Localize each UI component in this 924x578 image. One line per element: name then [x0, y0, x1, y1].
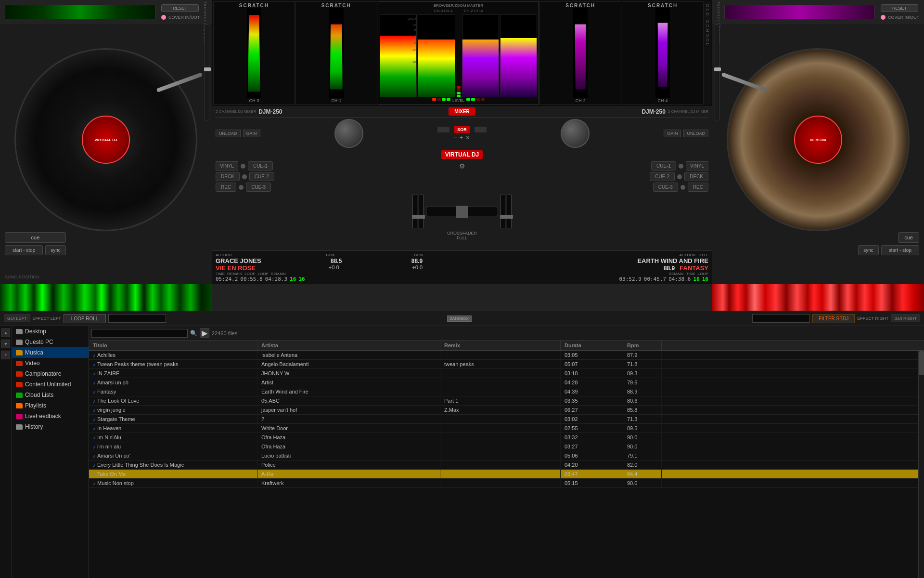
- loop-roll-btn[interactable]: LOOP ROLL: [64, 314, 106, 323]
- platter-right[interactable]: RE MEDIA: [727, 48, 910, 231]
- table-row[interactable]: ♪Stargate Theme?03:0271.3: [89, 415, 918, 424]
- sidebar-item-campionatore[interactable]: Campionatore: [12, 368, 89, 379]
- effects-center: SANDBOX: [447, 315, 472, 322]
- close-icon: ✕: [465, 134, 470, 141]
- table-row[interactable]: ♪Amarsi un pòArtist04:2879.6: [89, 378, 918, 387]
- sidebar-item-content-unlimited[interactable]: Content Unlimited: [12, 379, 89, 390]
- cue-btn-left[interactable]: cue: [5, 232, 66, 243]
- song-note-icon: ♪: [93, 481, 95, 486]
- sidebar-item-label: Musica: [25, 349, 43, 356]
- vinyl-btn-left[interactable]: VINYL: [216, 161, 238, 171]
- mixer-btn[interactable]: MIXER: [449, 107, 475, 116]
- cue3-btn-right[interactable]: CUE-3: [653, 183, 678, 192]
- reset-btn-right[interactable]: RESET: [881, 4, 918, 12]
- rec-btn-right[interactable]: REC: [688, 183, 708, 192]
- table-row[interactable]: ♪The Look Of Love05.ABCPart 103:3580.6: [89, 396, 918, 406]
- sync-btn-right[interactable]: sync: [858, 245, 879, 255]
- master-knob-left[interactable]: [334, 119, 363, 148]
- gain-btn-right[interactable]: GAIN: [664, 130, 681, 137]
- reset-btn-left[interactable]: RESET: [161, 4, 199, 12]
- search-input[interactable]: [91, 329, 188, 338]
- table-row[interactable]: ♪IN ZAIREJHONNY W.03:1889.3: [89, 369, 918, 378]
- track-title: ♪Achilles: [89, 351, 257, 359]
- rec-btn-left[interactable]: REC: [216, 183, 236, 192]
- sidebar-item-video[interactable]: Video: [12, 358, 89, 368]
- nav-expand-btn[interactable]: +: [1, 351, 10, 359]
- plus-icon: +: [460, 134, 463, 141]
- track-title: ♪Amarsi un pò: [89, 378, 257, 387]
- start-stop-left[interactable]: start - stop: [5, 245, 43, 255]
- fader-handle: [412, 215, 419, 219]
- fader-ch-left-2[interactable]: [419, 195, 424, 228]
- cue1-btn-right[interactable]: CUE-1: [651, 161, 676, 171]
- fader-handle-2: [418, 215, 425, 219]
- track-artist: Police: [257, 460, 440, 469]
- crossfader-track[interactable]: [426, 207, 498, 216]
- master-knob-right[interactable]: [561, 119, 590, 148]
- track-duration: 05:06: [561, 451, 623, 460]
- col-durata: Durata: [561, 341, 623, 350]
- track-artist: Isabelle Antena: [257, 351, 440, 359]
- table-row[interactable]: ♪FantasyEarth Wind and Fire04:3988.9: [89, 387, 918, 396]
- sidebar-item-playlists[interactable]: Playlists: [12, 400, 89, 411]
- cue3-btn-left[interactable]: CUE-3: [246, 183, 271, 192]
- table-row[interactable]: ♪Im Nin'AluOfra Haza03:3290.0: [89, 433, 918, 442]
- deck-top-controls-right: Technics RESET COVER IN/OUT: [712, 0, 924, 24]
- track-remix: Part 1: [440, 396, 561, 405]
- table-row[interactable]: ♪Twean Peaks theme (twean peaksAngelo Ba…: [89, 360, 918, 369]
- led-deck-right: [677, 174, 682, 179]
- start-stop-right[interactable]: start - stop: [881, 245, 919, 255]
- sidebar-item-questo-pc[interactable]: Questo PC: [12, 337, 89, 347]
- table-row[interactable]: ♪virgin junglejasper van't hofZ.Max06:27…: [89, 406, 918, 415]
- crossfader-handle[interactable]: [456, 206, 468, 218]
- led-vinyl-right: [679, 164, 683, 169]
- label-2ch-left: 2 CHANNEL DJ MIXER: [216, 109, 256, 114]
- scroll-indicator[interactable]: [918, 351, 924, 578]
- pitch-control-right[interactable]: [715, 24, 719, 120]
- unload-btn-right[interactable]: UNLOAD: [683, 130, 708, 137]
- sidebar-item-history[interactable]: History: [12, 421, 89, 432]
- filter-sbdj-btn[interactable]: FILTER SBDJ: [812, 314, 855, 323]
- table-row[interactable]: ♪Music Non stopKraftwerk05:1590.0: [89, 479, 918, 488]
- platter-left[interactable]: VIRTUAL DJ: [14, 48, 197, 231]
- table-row[interactable]: ♪i'm nin aluOfra Haza03:2790.0: [89, 442, 918, 451]
- gain-btn-left[interactable]: GAIN: [243, 130, 260, 137]
- djm-mixer-body: 2 CHANNEL DJ MIXER DJM-250 MIXER DJM-250…: [212, 106, 712, 250]
- cue-btn-right[interactable]: cue: [898, 232, 919, 243]
- fader-ch-right-2[interactable]: [507, 195, 512, 228]
- nav-down-btn[interactable]: ▼: [1, 340, 10, 348]
- table-row[interactable]: ♪Take On MeA-Ha03:4784.4: [89, 470, 918, 479]
- table-row[interactable]: ♪Amarsi Un po'Lucio battisti05:0679.1: [89, 451, 918, 460]
- col-titolo: Titolo: [89, 341, 257, 350]
- nav-up-btn[interactable]: ▲: [1, 328, 10, 337]
- table-row[interactable]: ♪In HeavenWhite Door02:5589.5: [89, 424, 918, 433]
- table-row[interactable]: ♪AchillesIsabelle Antena03:0587.9: [89, 351, 918, 360]
- track-duration: 04:39: [561, 387, 623, 396]
- gui-right-btn[interactable]: GUI RIGHT: [891, 315, 920, 322]
- deck-btn-left[interactable]: DECK: [216, 172, 240, 181]
- led-vinyl-left: [241, 164, 245, 169]
- gui-left-btn[interactable]: GUI LEFT: [4, 315, 30, 322]
- search-expand-btn[interactable]: ▶: [200, 328, 209, 338]
- cue2-btn-left[interactable]: CUE-2: [249, 172, 274, 181]
- effects-left: GUI LEFT EFFECT LEFT LOOP ROLL: [4, 314, 166, 323]
- gear-icon-area[interactable]: ⚙: [275, 161, 649, 171]
- deck-btn-right[interactable]: DECK: [684, 172, 708, 181]
- track-info-right: AUTHOR TITLE EARTH WIND AND FIRE 88.9 FA…: [501, 253, 708, 282]
- fader-ch-left-1[interactable]: [412, 195, 417, 228]
- pitch-control-left[interactable]: [205, 24, 209, 120]
- fader-ch-right-1[interactable]: [500, 195, 505, 228]
- bpm-label-left: BPM: [326, 253, 334, 257]
- sidebar-item-cloud-lists[interactable]: Cloud Lists: [12, 390, 89, 400]
- sidebar-item-desktop[interactable]: Desktop: [12, 326, 89, 337]
- vu-led-indicators: [457, 14, 461, 97]
- unload-btn-left[interactable]: UNLOAD: [216, 130, 241, 137]
- sidebar-item-musica[interactable]: Musica: [12, 347, 89, 358]
- table-row[interactable]: ♪Every Little Thing She Does Is MagicPol…: [89, 460, 918, 470]
- sync-btn-left[interactable]: sync: [45, 245, 66, 255]
- cue1-btn-left[interactable]: CUE-1: [248, 161, 273, 171]
- sidebar-item-livefeedback[interactable]: LiveFeedback: [12, 411, 89, 421]
- cue2-btn-right[interactable]: CUE-2: [650, 172, 675, 181]
- track-bpm: 80.6: [623, 396, 662, 405]
- vinyl-btn-right[interactable]: VINYL: [686, 161, 708, 171]
